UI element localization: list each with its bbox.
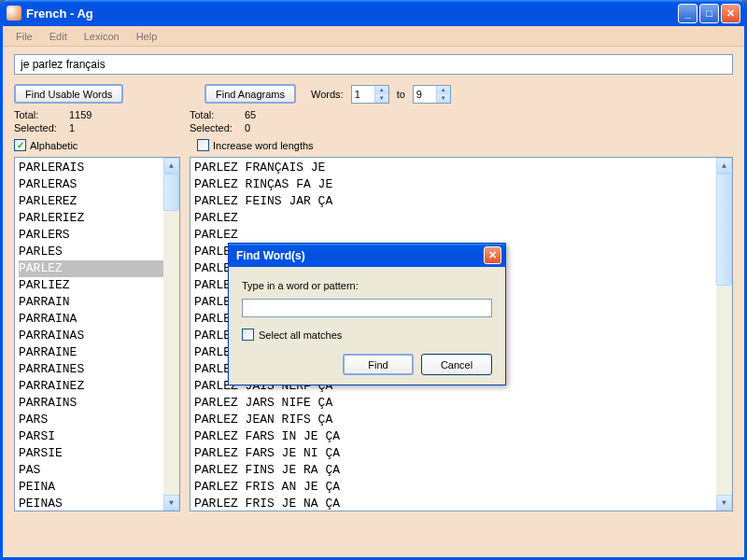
list-item[interactable]: PARLEZ RINÇAS FA JE — [194, 176, 728, 193]
list-item[interactable]: PARLES — [19, 244, 176, 260]
list-item[interactable]: PARLEZ FINS JE RA ÇA — [194, 462, 728, 479]
find-words-dialog: Find Word(s) ✕ Type in a word or pattern… — [228, 243, 506, 385]
right-total-label: Total: — [190, 109, 241, 120]
spin-up-icon[interactable]: ▲ — [374, 86, 388, 94]
close-button[interactable]: ✕ — [721, 4, 740, 23]
right-total-value: 65 — [245, 109, 256, 120]
menu-help[interactable]: Help — [129, 28, 165, 45]
list-item[interactable]: PARLEREZ — [19, 193, 176, 210]
list-item[interactable]: PARLEZ FARS JE NI ÇA — [194, 445, 728, 462]
scroll-down-icon[interactable]: ▼ — [163, 495, 179, 511]
menu-lexicon[interactable]: Lexicon — [77, 28, 127, 45]
window-title: French - Ag — [26, 7, 678, 21]
list-item[interactable]: PARLEZ — [194, 210, 728, 227]
list-item[interactable]: PARLEZ — [19, 260, 176, 277]
list-item[interactable]: PARLEZ — [194, 227, 728, 244]
list-item[interactable]: PEINA — [19, 479, 176, 496]
controls-row: Find Usable Words Find Anagrams Words: ▲… — [14, 84, 733, 104]
scrollbar[interactable]: ▲ ▼ — [716, 158, 732, 511]
scrollbar[interactable]: ▲ ▼ — [163, 158, 179, 511]
list-item[interactable]: PARRAINES — [19, 361, 176, 378]
select-all-matches-label: Select all matches — [259, 329, 342, 341]
list-item[interactable]: PARLEZ JEAN RIFS ÇA — [194, 412, 728, 428]
list-item[interactable]: PARRAINEZ — [19, 378, 176, 395]
words-label: Words: — [311, 89, 344, 100]
app-icon — [7, 6, 21, 21]
menu-edit[interactable]: Edit — [42, 28, 75, 45]
left-selected-value: 1 — [69, 122, 75, 133]
dialog-title: Find Word(s) — [233, 249, 484, 262]
find-anagrams-button[interactable]: Find Anagrams — [204, 84, 296, 104]
menu-file[interactable]: File — [8, 28, 40, 45]
spin-down-icon[interactable]: ▼ — [436, 94, 450, 103]
dialog-find-button[interactable]: Find — [343, 354, 414, 375]
usable-words-listbox[interactable]: PARLERAISPARLERASPARLEREZPARLERIEZPARLER… — [14, 157, 180, 511]
spin-up-icon[interactable]: ▲ — [436, 86, 450, 94]
increase-word-lengths-label: Increase word lengths — [213, 140, 314, 151]
left-total-label: Total: — [14, 109, 65, 120]
left-total-value: 1159 — [69, 109, 92, 120]
list-item[interactable]: PARLERAIS — [19, 160, 176, 176]
select-all-matches-checkbox[interactable] — [242, 329, 254, 341]
maximize-button[interactable]: □ — [699, 4, 719, 23]
list-item[interactable]: PARLEZ JARS NIFE ÇA — [194, 395, 728, 412]
scroll-up-icon[interactable]: ▲ — [163, 158, 179, 174]
right-selected-value: 0 — [245, 122, 250, 133]
list-item[interactable]: PARRAINS — [19, 395, 176, 412]
list-item[interactable]: PEINAS — [19, 496, 176, 511]
list-item[interactable]: PARRAINAS — [19, 328, 176, 344]
to-label: to — [397, 89, 405, 100]
list-item[interactable]: PARLEZ FARS IN JE ÇA — [194, 428, 728, 445]
right-selected-label: Selected: — [190, 122, 241, 133]
words-from-input[interactable] — [352, 89, 374, 100]
words-to-input[interactable] — [414, 89, 436, 100]
minimize-button[interactable]: _ — [678, 4, 698, 23]
dialog-prompt: Type in a word or pattern: — [242, 280, 492, 291]
alphabetic-checkbox[interactable]: ✓ — [14, 139, 26, 151]
list-item[interactable]: PARSI — [19, 428, 176, 445]
dialog-cancel-button[interactable]: Cancel — [421, 354, 492, 375]
list-item[interactable]: PARLERS — [19, 227, 176, 244]
phrase-input[interactable] — [14, 54, 733, 75]
list-item[interactable]: PARRAINA — [19, 311, 176, 328]
spin-down-icon[interactable]: ▼ — [374, 94, 388, 103]
list-item[interactable]: PARLEZ FEINS JAR ÇA — [194, 193, 728, 210]
list-item[interactable]: PARLEZ FRIS JE NA ÇA — [194, 496, 728, 511]
list-item[interactable]: PARLEZ FRIS AN JE ÇA — [194, 479, 728, 496]
list-item[interactable]: PARRAINE — [19, 344, 176, 361]
titlebar[interactable]: French - Ag _ □ ✕ — [3, 0, 744, 26]
left-selected-label: Selected: — [14, 122, 65, 133]
dialog-titlebar[interactable]: Find Word(s) ✕ — [229, 244, 505, 267]
list-item[interactable]: PARLERIEZ — [19, 210, 176, 227]
scroll-up-icon[interactable]: ▲ — [716, 158, 732, 174]
list-item[interactable]: PARSIE — [19, 445, 176, 462]
list-item[interactable]: PARRAIN — [19, 294, 176, 311]
list-item[interactable]: PARLERAS — [19, 176, 176, 193]
list-item[interactable]: PARS — [19, 412, 176, 428]
menubar: File Edit Lexicon Help — [3, 26, 744, 47]
dialog-close-button[interactable]: ✕ — [484, 246, 501, 264]
words-to-spinner[interactable]: ▲ ▼ — [413, 85, 451, 104]
list-item[interactable]: PARLEZ FRANÇAIS JE — [194, 160, 728, 176]
find-usable-words-button[interactable]: Find Usable Words — [14, 84, 123, 104]
alphabetic-label: Alphabetic — [30, 140, 78, 151]
list-item[interactable]: PAS — [19, 462, 176, 479]
find-word-input[interactable] — [242, 299, 492, 317]
window-controls: _ □ ✕ — [678, 4, 740, 23]
words-from-spinner[interactable]: ▲ ▼ — [351, 85, 389, 104]
list-item[interactable]: PARLIEZ — [19, 277, 176, 294]
increase-word-lengths-checkbox[interactable] — [197, 139, 209, 151]
scroll-down-icon[interactable]: ▼ — [716, 495, 732, 511]
